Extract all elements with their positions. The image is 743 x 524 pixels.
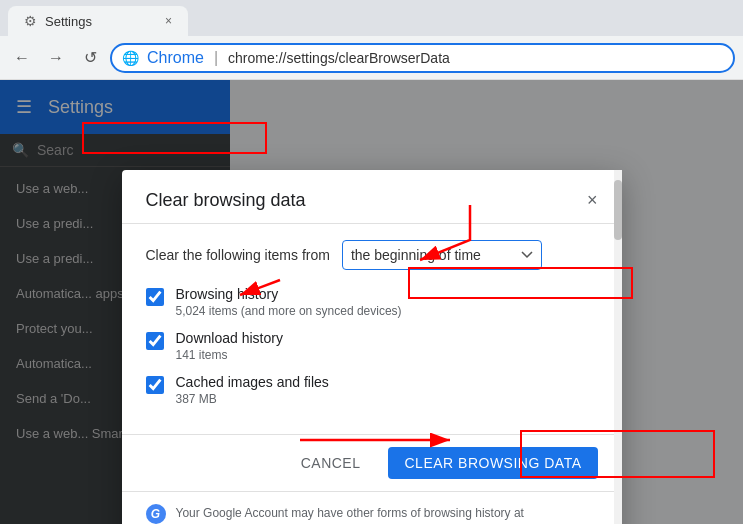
cached-images-label: Cached images and files	[176, 374, 329, 390]
checkbox-row-2: Cached images and files 387 MB	[146, 374, 598, 406]
browsing-history-sublabel: 5,024 items (and more on synced devices)	[176, 304, 402, 318]
forward-button[interactable]: →	[42, 44, 70, 72]
tab-close-icon[interactable]: ×	[165, 14, 172, 28]
google-icon: G	[146, 504, 166, 524]
tab-bar: ⚙ Settings ×	[0, 0, 743, 36]
address-bar[interactable]: 🌐 Chrome | chrome://settings/clearBrowse…	[110, 43, 735, 73]
globe-icon: 🌐	[122, 50, 139, 66]
dialog-body: Clear the following items from the begin…	[122, 224, 622, 434]
cached-images-sublabel: 387 MB	[176, 392, 329, 406]
scrollbar[interactable]	[614, 170, 622, 524]
dialog-overlay: Clear browsing data × Clear the followin…	[0, 80, 743, 524]
cancel-button[interactable]: CANCEL	[289, 447, 373, 479]
download-history-label-group: Download history 141 items	[176, 330, 283, 362]
info-row-google: G Your Google Account may have other for…	[146, 504, 598, 524]
back-button[interactable]: ←	[8, 44, 36, 72]
browsing-history-checkbox[interactable]	[146, 288, 164, 306]
time-row: Clear the following items from the begin…	[146, 240, 598, 270]
checkbox-row-1: Download history 141 items	[146, 330, 598, 362]
browsing-history-label-group: Browsing history 5,024 items (and more o…	[176, 286, 402, 318]
download-history-label: Download history	[176, 330, 283, 346]
clear-browsing-data-button[interactable]: CLEAR BROWSING DATA	[388, 447, 597, 479]
settings-tab[interactable]: ⚙ Settings ×	[8, 6, 188, 36]
download-history-sublabel: 141 items	[176, 348, 283, 362]
dialog-header: Clear browsing data ×	[122, 170, 622, 224]
gear-icon: ⚙	[24, 13, 37, 29]
address-prefix: Chrome	[147, 49, 204, 67]
google-info-text: Your Google Account may have other forms…	[176, 504, 598, 524]
scrollbar-thumb[interactable]	[614, 180, 622, 240]
cached-images-label-group: Cached images and files 387 MB	[176, 374, 329, 406]
time-select[interactable]: the beginning of timethe past hourthe pa…	[342, 240, 542, 270]
browsing-history-label: Browsing history	[176, 286, 402, 302]
clear-browsing-data-dialog: Clear browsing data × Clear the followin…	[122, 170, 622, 524]
dialog-title: Clear browsing data	[146, 190, 306, 211]
refresh-button[interactable]: ↺	[76, 44, 104, 72]
address-separator: |	[214, 49, 218, 67]
dialog-info: G Your Google Account may have other for…	[122, 491, 622, 524]
checkbox-row-0: Browsing history 5,024 items (and more o…	[146, 286, 598, 318]
browser-frame: ⚙ Settings × ← → ↺ 🌐 Chrome | chrome://s…	[0, 0, 743, 524]
toolbar: ← → ↺ 🌐 Chrome | chrome://settings/clear…	[0, 36, 743, 80]
tab-label: Settings	[45, 14, 92, 29]
dialog-footer: CANCEL CLEAR BROWSING DATA	[122, 434, 622, 491]
time-label: Clear the following items from	[146, 247, 330, 263]
page-content: ☰ Settings 🔍 Searc Use a web... Use a pr…	[0, 80, 743, 524]
download-history-checkbox[interactable]	[146, 332, 164, 350]
cached-images-checkbox[interactable]	[146, 376, 164, 394]
dialog-close-button[interactable]: ×	[587, 190, 598, 211]
address-url: chrome://settings/clearBrowserData	[228, 50, 450, 66]
